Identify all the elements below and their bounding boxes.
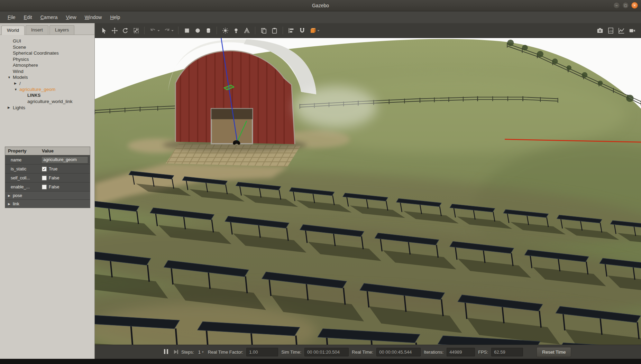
undo-icon[interactable] [148,26,158,35]
menu-view[interactable]: View [62,13,81,22]
tree-item-gui[interactable]: GUI [0,38,94,44]
snap-icon[interactable] [297,26,307,35]
panel-tabs: WorldInsertLayers [0,23,94,35]
fps-field[interactable]: 62.59 [491,348,523,356]
property-table-header: Property Value [5,147,90,155]
world-tree: GUISceneSpherical CoordinatesPhysicsAtmo… [0,35,94,145]
main-area: LOG [95,23,641,359]
tree-item-spherical-coordinates[interactable]: Spherical Coordinates [0,50,94,56]
property-row-enable: enable_...False [5,182,90,191]
3d-viewport[interactable] [95,38,641,345]
property-group-link[interactable]: ▶link [5,199,90,208]
menu-edit[interactable]: Edit [20,13,36,22]
caret-down-icon: ▾ [202,350,204,354]
real-time-field[interactable]: 00 00:00:45.544 [376,348,421,356]
screenshot-icon[interactable] [595,26,605,35]
menu-file[interactable]: File [3,13,20,22]
tab-layers[interactable]: Layers [49,25,75,35]
tree-item-links[interactable]: LINKS [0,93,94,99]
rtf-field[interactable]: 1.00 [246,348,278,356]
expand-arrow-icon[interactable]: ▶ [8,106,13,109]
steps-label: Steps: [181,349,194,355]
collapse-arrow-icon[interactable]: ▼ [14,88,19,91]
video-icon[interactable] [627,26,637,35]
value-column-header: Value [40,148,90,153]
select-icon[interactable] [99,26,109,35]
left-panel: WorldInsertLayers GUISceneSpherical Coor… [0,23,95,359]
status-bar: Steps: 1 ▾ Real Time Factor: 1.00 Sim Ti… [95,345,641,359]
tree-item-models[interactable]: ▼Models [0,74,94,81]
window-controls [613,2,638,9]
menu-help[interactable]: Help [106,13,124,22]
checkbox-self-coll[interactable] [42,176,47,180]
box-icon[interactable] [182,26,192,35]
paste-icon[interactable] [269,26,279,35]
scene-canvas[interactable] [95,38,641,345]
log-icon[interactable]: LOG [606,26,615,35]
title-bar[interactable]: Gazebo [0,0,641,11]
tree-item-atmosphere[interactable]: Atmosphere [0,62,94,68]
steps-dropdown[interactable]: 1 ▾ [197,349,205,355]
dropdown-caret-icon[interactable] [316,26,321,35]
menu-camera[interactable]: Camera [36,13,62,22]
toolbar-right-group: LOG [595,26,637,35]
collapse-arrow-icon[interactable]: ▼ [8,76,13,79]
rotate-icon[interactable] [120,26,130,35]
translate-icon[interactable] [110,26,119,35]
viewport-toolbar: LOG [95,23,641,38]
step-forward-icon [174,350,177,354]
tree-item-root[interactable]: ▶/ [0,81,94,87]
minimize-icon[interactable] [613,2,620,9]
toolbar-left-group [99,26,321,35]
tree-item-lights[interactable]: ▶Lights [0,105,94,111]
align-icon[interactable] [286,26,296,35]
property-table-body: nameagriculture_geomis_static✓Trueself_c… [5,155,90,208]
iterations-label: Iterations: [424,349,443,355]
haze [294,86,377,128]
scale-icon[interactable] [131,26,141,35]
tree-item-agriculture-geom[interactable]: ▼agriculture_geom [0,86,94,93]
svg-text:LOG: LOG [608,29,613,32]
checkbox-is-static[interactable]: ✓ [42,167,47,171]
copy-icon[interactable] [259,26,268,35]
property-group-pose[interactable]: ▶pose [5,191,90,199]
redo-icon[interactable] [162,26,172,35]
spotlight-icon[interactable] [242,26,251,35]
toolbar-separator [144,27,145,34]
maximize-icon[interactable] [622,2,629,9]
expand-arrow-icon[interactable]: ▶ [8,202,10,206]
checkbox-enable[interactable] [42,185,47,189]
menu-window[interactable]: Window [81,13,106,22]
reset-time-button[interactable]: Reset Time [537,347,571,357]
plot-icon[interactable] [616,26,626,35]
window-title: Gazebo [0,3,641,8]
pointlight-icon[interactable] [231,26,241,35]
tab-insert[interactable]: Insert [26,25,48,35]
tree-item-physics[interactable]: Physics [0,56,94,63]
checkbox-label: True [49,167,57,171]
sun-icon[interactable] [220,26,230,35]
menu-bar: FileEditCameraViewWindowHelp [0,11,641,23]
sim-time-field[interactable]: 00 00:01:20.504 [304,348,349,356]
pause-button[interactable] [162,349,170,355]
steps-value: 1 [198,349,201,355]
rtf-label: Real Time Factor: [208,349,244,355]
real-time-label: Real Time: [352,349,373,355]
expand-arrow-icon[interactable]: ▶ [14,82,19,85]
gazebo-window: Gazebo FileEditCameraViewWindowHelp Worl… [0,0,641,364]
step-button[interactable] [173,350,178,354]
property-row-self-coll: self_coll...False [5,173,90,182]
tree-item-wind[interactable]: Wind [0,68,94,75]
tree-item-agriculture-world-link[interactable]: agriculture_world_link [0,99,94,105]
window-body: WorldInsertLayers GUISceneSpherical Coor… [0,23,641,359]
cylinder-icon[interactable] [203,26,213,35]
value-field-name[interactable]: agriculture_geom [41,156,88,164]
iterations-field[interactable]: 44989 [447,348,475,356]
sphere-icon[interactable] [193,26,202,35]
tab-world[interactable]: World [1,26,25,35]
expand-arrow-icon[interactable]: ▶ [8,194,10,197]
toolbar-separator [217,27,217,34]
tree-item-scene[interactable]: Scene [0,44,94,50]
close-icon[interactable] [631,2,638,9]
property-table: Property Value nameagriculture_geomis_st… [5,147,90,208]
